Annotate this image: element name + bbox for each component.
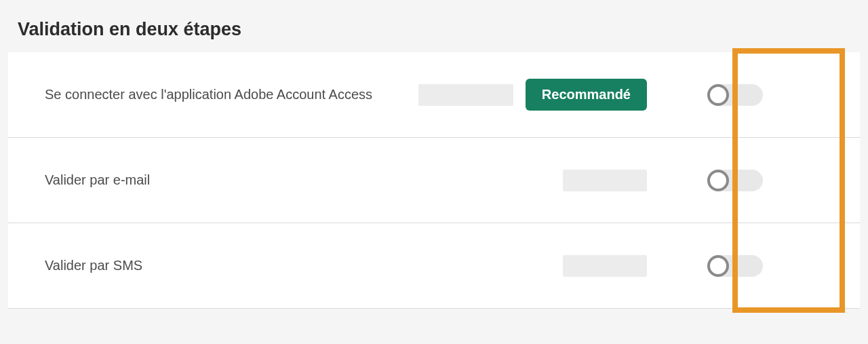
toggle-cell	[647, 170, 823, 191]
section-title: Validation en deux étapes	[18, 19, 860, 40]
toggle-cell	[647, 84, 823, 106]
toggle-knob-icon	[707, 255, 729, 277]
option-label: Valider par SMS	[45, 258, 515, 273]
placeholder-redacted	[418, 84, 513, 106]
toggle-sms[interactable]	[707, 255, 763, 277]
placeholder-redacted	[563, 255, 647, 277]
toggle-email[interactable]	[707, 170, 763, 191]
two-step-panel: Se connecter avec l'application Adobe Ac…	[8, 52, 860, 309]
toggle-knob-icon	[707, 84, 729, 106]
option-label: Valider par e-mail	[45, 172, 515, 188]
toggle-adobe-access[interactable]	[707, 84, 763, 106]
option-label: Se connecter avec l'application Adobe Ac…	[45, 87, 418, 102]
recommended-badge: Recommandé	[526, 79, 647, 111]
option-row-email: Valider par e-mail	[8, 138, 860, 223]
toggle-knob-icon	[707, 170, 729, 191]
option-row-sms: Valider par SMS	[8, 223, 860, 309]
toggle-cell	[647, 255, 823, 277]
placeholder-redacted	[563, 170, 647, 191]
option-row-adobe-access: Se connecter avec l'application Adobe Ac…	[8, 52, 860, 138]
